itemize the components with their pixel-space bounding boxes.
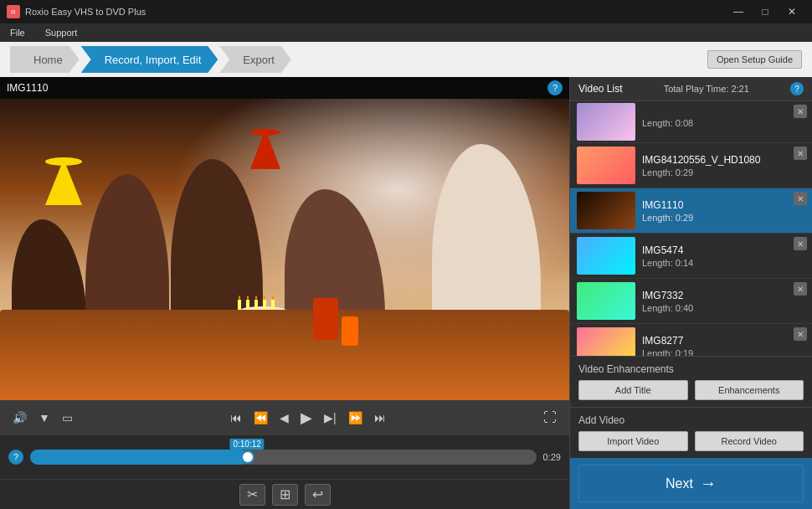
nav-step-record[interactable]: Record, Import, Edit <box>81 46 218 73</box>
video-remove-button[interactable]: ✕ <box>794 105 807 118</box>
main-content: IMG1110 ? <box>0 77 812 509</box>
video-help-button[interactable]: ? <box>547 80 563 95</box>
app-icon: R <box>7 5 20 18</box>
video-remove-button[interactable]: ✕ <box>794 237 807 250</box>
decorative-hat-yellow <box>45 159 82 205</box>
timeline-fill <box>30 450 248 465</box>
fast-forward-button[interactable]: ⏩ <box>344 408 367 428</box>
video-remove-button[interactable]: ✕ <box>794 282 807 296</box>
list-item[interactable]: IMG5474 Length: 0:14 ✕ <box>570 234 812 279</box>
skip-to-start-button[interactable]: ⏮ <box>226 408 246 428</box>
enhancements-title: Video Enhancements <box>578 363 804 375</box>
video-remove-button[interactable]: ✕ <box>794 147 807 160</box>
play-button[interactable]: ▶ <box>296 405 316 430</box>
setup-guide-button[interactable]: Open Setup Guide <box>707 50 802 69</box>
timeline-bar: ? 0:10:12 0:29 <box>0 435 569 479</box>
list-item[interactable]: IMG8277 Length: 0:19 ✕ <box>570 324 812 356</box>
step-back-button[interactable]: ◀ <box>275 408 293 428</box>
video-length: Length: 0:08 <box>642 118 805 128</box>
enhancements-buttons: Add Title Enhancements <box>578 380 804 400</box>
volume-dropdown[interactable]: ▼ <box>34 408 54 428</box>
add-title-button[interactable]: Add Title <box>578 380 688 400</box>
menu-file[interactable]: File <box>7 26 28 39</box>
add-video-buttons: Import Video Record Video <box>578 431 804 451</box>
nav-step-home[interactable]: Home <box>10 46 80 73</box>
video-name: IMG1110 <box>642 199 805 211</box>
list-item[interactable]: IMG84120556_V_HD1080 Length: 0:29 ✕ <box>570 143 812 188</box>
list-item[interactable]: Length: 0:08 ✕ <box>570 101 812 143</box>
video-info: IMG1110 Length: 0:29 <box>642 199 805 223</box>
timeline-track[interactable]: 0:10:12 <box>30 450 537 465</box>
video-player <box>0 99 569 400</box>
video-name: IMG5474 <box>642 244 805 256</box>
video-info: IMG84120556_V_HD1080 Length: 0:29 <box>642 154 805 177</box>
add-video-title: Add Video <box>578 414 804 426</box>
right-panel: Video List Total Play Time: 2:21 ? Lengt… <box>569 77 812 509</box>
video-thumbnail <box>577 327 635 356</box>
menu-support[interactable]: Support <box>42 26 81 39</box>
nav-steps: Home Record, Import, Edit Export <box>10 42 293 77</box>
add-video-section: Add Video Import Video Record Video <box>570 407 812 458</box>
nav-step-export[interactable]: Export <box>219 46 291 73</box>
current-video-name: IMG1110 <box>7 82 48 94</box>
left-panel: IMG1110 ? <box>0 77 569 509</box>
import-video-button[interactable]: Import Video <box>578 431 688 451</box>
timeline-thumb[interactable]: 0:10:12 <box>241 450 254 464</box>
video-remove-button[interactable]: ✕ <box>794 192 807 205</box>
app-title: Roxio Easy VHS to DVD Plus <box>25 7 146 17</box>
video-length: Length: 0:29 <box>642 213 805 223</box>
list-item[interactable]: IMG7332 Length: 0:40 ✕ <box>570 279 812 324</box>
next-button[interactable]: Next → <box>578 465 804 502</box>
video-name: IMG8277 <box>642 335 805 347</box>
step-forward-button[interactable]: ▶| <box>320 408 341 428</box>
video-info: IMG5474 Length: 0:14 <box>642 244 805 268</box>
video-list-title: Video List <box>578 83 622 95</box>
video-info: IMG7332 Length: 0:40 <box>642 290 805 313</box>
crop-button[interactable]: ▭ <box>58 408 77 428</box>
close-button[interactable]: ✕ <box>779 0 805 23</box>
timeline-duration: 0:29 <box>543 452 561 462</box>
video-thumbnail <box>577 192 635 229</box>
video-info: Length: 0:08 <box>642 116 805 128</box>
next-arrow-icon: → <box>700 474 717 493</box>
title-bar-left: R Roxio Easy VHS to DVD Plus <box>7 5 146 18</box>
video-list-help-button[interactable]: ? <box>790 82 804 95</box>
video-name: IMG7332 <box>642 290 805 301</box>
nav-bar: Home Record, Import, Edit Export Open Se… <box>0 42 812 77</box>
maximize-button[interactable]: □ <box>752 0 779 23</box>
menu-bar: File Support <box>0 23 812 42</box>
list-item[interactable]: IMG1110 Length: 0:29 ✕ <box>570 188 812 234</box>
video-length: Length: 0:19 <box>642 348 805 357</box>
video-thumbnail <box>577 103 635 141</box>
next-button-area: Next → <box>570 458 812 509</box>
title-bar: R Roxio Easy VHS to DVD Plus — □ ✕ <box>0 0 812 23</box>
video-length: Length: 0:29 <box>642 167 805 177</box>
video-list-total-time: Total Play Time: 2:21 <box>664 84 749 94</box>
video-length: Length: 0:14 <box>642 258 805 268</box>
volume-button[interactable]: 🔊 <box>8 408 31 428</box>
fullscreen-button[interactable]: ⛶ <box>539 407 561 429</box>
video-name: IMG84120556_V_HD1080 <box>642 154 805 166</box>
video-list: Length: 0:08 ✕ IMG84120556_V_HD1080 Leng… <box>570 101 812 356</box>
rewind-button[interactable]: ⏪ <box>249 408 272 428</box>
enhancements-button[interactable]: Enhancements <box>695 380 804 400</box>
video-label: IMG1110 ? <box>0 77 569 99</box>
video-thumbnail <box>577 147 635 184</box>
video-thumbnail <box>577 282 635 320</box>
decorative-hat-red <box>250 129 280 169</box>
video-list-header: Video List Total Play Time: 2:21 ? <box>570 77 812 101</box>
skip-to-end-button[interactable]: ⏭ <box>370 408 390 428</box>
next-label: Next <box>666 476 693 491</box>
enhancements-section: Video Enhancements Add Title Enhancement… <box>570 356 812 407</box>
undo-button[interactable]: ↩ <box>305 484 331 506</box>
controls-bar: 🔊 ▼ ▭ ⏮ ⏪ ◀ ▶ ▶| ⏩ ⏭ ⛶ <box>0 400 569 435</box>
image-button[interactable]: ⊞ <box>272 484 298 506</box>
scissors-button[interactable]: ✂ <box>239 484 265 506</box>
video-remove-button[interactable]: ✕ <box>794 327 807 341</box>
title-bar-controls: — □ ✕ <box>725 0 805 23</box>
record-video-button[interactable]: Record Video <box>695 431 804 451</box>
minimize-button[interactable]: — <box>725 0 752 23</box>
video-thumbnail <box>577 237 635 275</box>
bottom-toolbar: ✂ ⊞ ↩ <box>0 479 569 509</box>
timeline-help-button[interactable]: ? <box>8 450 23 465</box>
